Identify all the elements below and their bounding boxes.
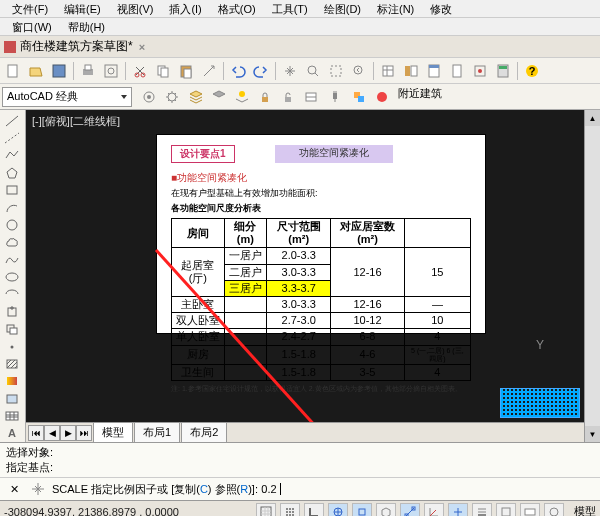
zoom-window-button[interactable] <box>325 60 347 82</box>
sheet-set-button[interactable] <box>446 60 468 82</box>
command-close-icon[interactable]: ✕ <box>4 479 24 499</box>
grid-toggle[interactable] <box>280 503 300 517</box>
ellipse-arc-tool[interactable] <box>0 286 24 303</box>
tab-layout2[interactable]: 布局2 <box>181 422 227 442</box>
ducs-toggle[interactable] <box>424 503 444 517</box>
menu-draw[interactable]: 绘图(D) <box>316 0 369 17</box>
copy-button[interactable] <box>152 60 174 82</box>
zoom-button[interactable] <box>302 60 324 82</box>
layer-properties-button[interactable] <box>185 86 207 108</box>
workspace-select[interactable]: AutoCAD 经典 <box>2 87 132 107</box>
tool-palettes-button[interactable] <box>423 60 445 82</box>
revision-cloud-tool[interactable] <box>0 234 24 251</box>
svg-rect-17 <box>411 66 417 76</box>
markup-button[interactable] <box>469 60 491 82</box>
menu-help[interactable]: 帮助(H) <box>60 18 113 35</box>
menu-tools[interactable]: 工具(T) <box>264 0 316 17</box>
menu-edit[interactable]: 编辑(E) <box>56 0 109 17</box>
svg-rect-3 <box>85 65 91 70</box>
ortho-toggle[interactable] <box>304 503 324 517</box>
layer-unlock-button[interactable] <box>277 86 299 108</box>
open-button[interactable] <box>25 60 47 82</box>
scroll-up-icon[interactable]: ▲ <box>585 110 600 126</box>
3dosnap-toggle[interactable] <box>376 503 396 517</box>
undo-button[interactable] <box>227 60 249 82</box>
circle-tool[interactable] <box>0 216 24 233</box>
close-tab-icon[interactable]: × <box>139 41 145 53</box>
gradient-tool[interactable] <box>0 373 24 390</box>
tab-prev-icon[interactable]: ◀ <box>44 425 60 441</box>
spline-tool[interactable] <box>0 251 24 268</box>
otrack-toggle[interactable] <box>400 503 420 517</box>
tab-next-icon[interactable]: ▶ <box>60 425 76 441</box>
block-button[interactable] <box>348 86 370 108</box>
svg-point-14 <box>354 66 362 74</box>
menu-insert[interactable]: 插入(I) <box>161 0 209 17</box>
ellipse-tool[interactable] <box>0 268 24 285</box>
menu-file[interactable]: 文件(F) <box>4 0 56 17</box>
text-tool[interactable]: A <box>0 425 24 442</box>
save-button[interactable] <box>48 60 70 82</box>
snap-toggle[interactable] <box>256 503 276 517</box>
paste-button[interactable] <box>175 60 197 82</box>
polar-toggle[interactable] <box>328 503 348 517</box>
tab-first-icon[interactable]: ⏮ <box>28 425 44 441</box>
record-icon[interactable] <box>371 86 393 108</box>
calc-button[interactable] <box>492 60 514 82</box>
menu-dim[interactable]: 标注(N) <box>369 0 422 17</box>
tab-layout1[interactable]: 布局1 <box>134 422 180 442</box>
layer-control[interactable] <box>138 86 160 108</box>
redo-button[interactable] <box>250 60 272 82</box>
plot-preview-button[interactable] <box>100 60 122 82</box>
dyn-toggle[interactable] <box>448 503 468 517</box>
layer-manage-button[interactable] <box>300 86 322 108</box>
rectangle-tool[interactable] <box>0 182 24 199</box>
lwt-toggle[interactable] <box>472 503 492 517</box>
scroll-down-icon[interactable]: ▼ <box>585 426 600 442</box>
menu-view[interactable]: 视图(V) <box>109 0 162 17</box>
make-block-tool[interactable] <box>0 321 24 338</box>
gear-icon[interactable] <box>161 86 183 108</box>
match-button[interactable] <box>198 60 220 82</box>
help-button[interactable]: ? <box>521 60 543 82</box>
plug-icon[interactable] <box>324 86 346 108</box>
layer-lock-button[interactable] <box>254 86 276 108</box>
document-tab[interactable]: 商住楼建筑方案草图* <box>20 38 133 55</box>
arc-tool[interactable] <box>0 199 24 216</box>
tab-last-icon[interactable]: ⏭ <box>76 425 92 441</box>
new-button[interactable] <box>2 60 24 82</box>
construction-line-tool[interactable] <box>0 129 24 146</box>
menu-format[interactable]: 格式(O) <box>210 0 264 17</box>
table-tool[interactable] <box>0 407 24 424</box>
menu-modify[interactable]: 修改 <box>422 0 460 17</box>
command-line[interactable]: ✕ SCALE 指定比例因子或 [复制(C) 参照(R)]: 0.2 <box>0 477 600 500</box>
pan-button[interactable] <box>279 60 301 82</box>
vertical-scrollbar[interactable]: ▲ ▼ <box>584 110 600 442</box>
polygon-tool[interactable] <box>0 164 24 181</box>
hatch-tool[interactable] <box>0 355 24 372</box>
qp-toggle[interactable] <box>520 503 540 517</box>
design-center-button[interactable] <box>400 60 422 82</box>
command-drag-icon[interactable] <box>28 479 48 499</box>
polyline-tool[interactable] <box>0 147 24 164</box>
insert-block-tool[interactable] <box>0 303 24 320</box>
tab-model[interactable]: 模型 <box>93 422 133 442</box>
drawing-table-object[interactable]: 设计要点1 功能空间紧凑化 ■功能空间紧凑化 在现有户型基础上有效增加功能面积:… <box>156 134 486 334</box>
print-button[interactable] <box>77 60 99 82</box>
zoom-prev-button[interactable] <box>348 60 370 82</box>
menu-window[interactable]: 窗口(W) <box>4 18 60 35</box>
region-tool[interactable] <box>0 390 24 407</box>
model-space-label[interactable]: 模型 <box>574 504 596 516</box>
point-tool[interactable] <box>0 338 24 355</box>
line-tool[interactable] <box>0 112 24 129</box>
layer-freeze-button[interactable] <box>231 86 253 108</box>
floor-plan-thumbnail[interactable] <box>500 388 580 418</box>
layer-off-button[interactable] <box>208 86 230 108</box>
cut-button[interactable] <box>129 60 151 82</box>
sc-toggle[interactable] <box>544 503 564 517</box>
properties-button[interactable] <box>377 60 399 82</box>
drawing-canvas[interactable]: [-][俯视][二维线框] 设计要点1 功能空间紧凑化 ■功能空间紧凑化 在现有… <box>26 110 584 442</box>
osnap-toggle[interactable] <box>352 503 372 517</box>
svg-rect-19 <box>429 65 439 68</box>
tpy-toggle[interactable] <box>496 503 516 517</box>
